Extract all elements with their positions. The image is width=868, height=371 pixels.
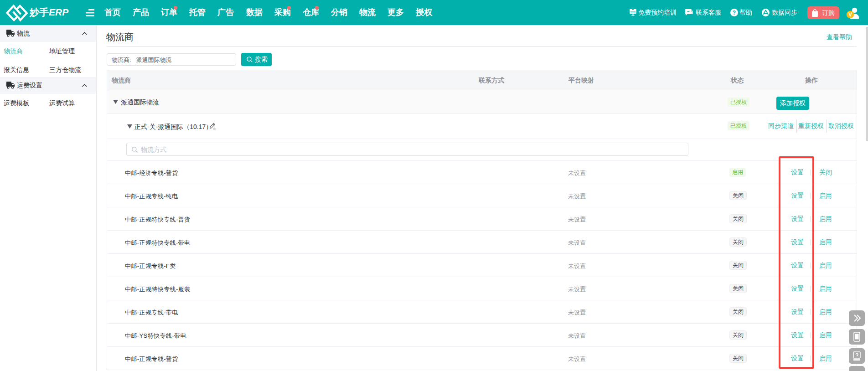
svg-text:V: V	[848, 11, 852, 18]
svg-text:?: ?	[733, 10, 736, 16]
